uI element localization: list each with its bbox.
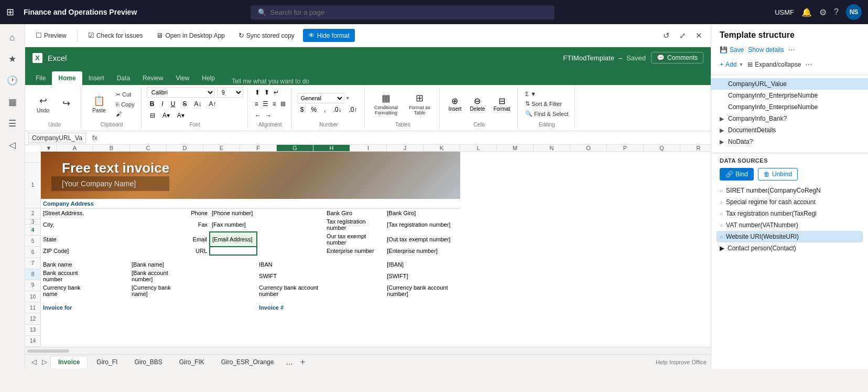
insert-cell-button[interactable]: ⊕ Insert bbox=[445, 94, 464, 114]
panel-expand-more-button[interactable]: ··· bbox=[805, 60, 812, 69]
search-bar[interactable]: 🔍 bbox=[251, 5, 555, 19]
align-wrap-button[interactable]: ↵ bbox=[272, 87, 280, 98]
merge-button[interactable]: ⊞ bbox=[279, 99, 287, 109]
more-sheets-button[interactable]: ... bbox=[283, 356, 296, 368]
decrease-decimal-button[interactable]: .0↓ bbox=[330, 104, 344, 115]
ds-item-contact[interactable]: ▶ Contact person(Contact) bbox=[720, 242, 860, 254]
spreadsheet-content[interactable]: Free text invoice [Your Company Name] Co… bbox=[41, 152, 711, 347]
tab-data[interactable]: Data bbox=[111, 71, 136, 85]
tree-item-nodata[interactable]: ▶ NoData? bbox=[711, 136, 868, 147]
align-top-center-button[interactable]: ⬆ bbox=[263, 87, 271, 98]
sidebar-star-icon[interactable]: ★ bbox=[4, 49, 20, 69]
preview-button[interactable]: ☐ Preview bbox=[30, 29, 72, 42]
prev-sheet-button[interactable]: ◁ bbox=[29, 357, 39, 367]
ds-item-vat[interactable]: ○ VAT number(VATNumber) bbox=[720, 219, 860, 231]
font-size-select[interactable]: 9 bbox=[217, 87, 243, 98]
sidebar-collapse-icon[interactable]: ◁ bbox=[5, 135, 20, 155]
tell-me-text[interactable]: Tell me what you want to do bbox=[221, 78, 707, 85]
border-button[interactable]: ⊟ bbox=[147, 110, 158, 121]
increase-decimal-button[interactable]: .0↑ bbox=[345, 104, 360, 115]
ds-item-website-uri[interactable]: ○ Website URI(WebsiteURI) bbox=[717, 231, 863, 242]
panel-more-button[interactable]: ··· bbox=[788, 45, 795, 55]
expand-collapse-button[interactable]: ⊞ Expand/collapse bbox=[747, 61, 801, 68]
find-select-button[interactable]: 🔍 Find & Select bbox=[523, 109, 570, 118]
comments-button[interactable]: 💬 Comments bbox=[651, 52, 703, 63]
save-button[interactable]: 💾 Save bbox=[720, 46, 744, 54]
number-format-select[interactable]: General bbox=[297, 93, 344, 103]
waffle-menu-icon[interactable]: ⊞ bbox=[6, 6, 14, 18]
font-color-button[interactable]: A▾ bbox=[174, 110, 188, 121]
indent-decrease-button[interactable]: ← bbox=[253, 110, 263, 121]
tree-item-companybank[interactable]: ▶ CompanyInfo_Bank? bbox=[711, 113, 868, 124]
sheet-tab-giro-fik[interactable]: Giro_FIK bbox=[171, 356, 212, 368]
sheet-tab-giro-fi[interactable]: Giro_FI bbox=[89, 356, 125, 368]
bell-icon[interactable]: 🔔 bbox=[801, 7, 812, 17]
add-button[interactable]: + Add ▼ bbox=[720, 61, 743, 68]
format-cell-button[interactable]: ⊟ Format bbox=[490, 94, 513, 114]
hide-format-button[interactable]: 👁 Hide format bbox=[303, 29, 355, 42]
decrease-font-button[interactable]: A↓ bbox=[191, 99, 204, 109]
sheet-tab-giro-bbs[interactable]: Giro_BBS bbox=[126, 356, 170, 368]
sheet-tab-invoice[interactable]: Invoice bbox=[50, 356, 88, 368]
open-desktop-button[interactable]: 🖥 Open in Desktop App bbox=[151, 29, 230, 42]
align-right-button[interactable]: ≡ bbox=[271, 99, 278, 109]
autosum-button[interactable]: Σ ▼ bbox=[523, 90, 570, 98]
sidebar-clock-icon[interactable]: 🕐 bbox=[3, 71, 22, 90]
underline-button[interactable]: U bbox=[168, 99, 179, 109]
align-top-left-button[interactable]: ⬆ bbox=[253, 87, 262, 98]
copy-button[interactable]: ⎘ Copy bbox=[114, 100, 137, 109]
format-table-button[interactable]: ⊞ Format as Table bbox=[404, 91, 435, 117]
format-painter-button[interactable]: 🖌 bbox=[114, 110, 137, 118]
cell-email-val[interactable]: [Email Address] bbox=[210, 232, 257, 247]
close-toolbar-button[interactable]: ✕ bbox=[692, 29, 706, 43]
italic-button[interactable]: I bbox=[158, 99, 166, 109]
align-center-button[interactable]: ☰ bbox=[261, 99, 270, 109]
paste-button[interactable]: 📋 Paste bbox=[86, 93, 112, 115]
check-issues-button[interactable]: ☑ Check for issues bbox=[83, 29, 148, 42]
strikethrough-button[interactable]: S bbox=[179, 99, 190, 109]
redo-button[interactable]: ↪ bbox=[56, 96, 77, 112]
comma-button[interactable]: , bbox=[321, 104, 329, 115]
ds-item-tax-reg[interactable]: ○ Tax registration number(TaxRegi bbox=[720, 208, 860, 219]
sidebar-grid-icon[interactable]: ▦ bbox=[4, 92, 21, 112]
sheet-tab-giro-esr[interactable]: Giro_ESR_Orange bbox=[213, 356, 282, 368]
help-icon[interactable]: ? bbox=[834, 7, 839, 17]
ds-item-siret[interactable]: ○ SIRET number(CompanyCoRegN bbox=[720, 185, 860, 196]
show-details-button[interactable]: Show details bbox=[748, 46, 784, 54]
tree-item-companyurl[interactable]: CompanyURL_Value bbox=[711, 78, 868, 90]
popout-button[interactable]: ⤢ bbox=[676, 29, 689, 43]
next-sheet-button[interactable]: ▷ bbox=[40, 357, 49, 367]
tab-view[interactable]: View bbox=[169, 71, 196, 85]
settings-icon[interactable]: ⚙ bbox=[819, 7, 827, 17]
sidebar-list-icon[interactable]: ☰ bbox=[4, 114, 20, 133]
bind-button[interactable]: 🔗 Bind bbox=[720, 168, 754, 181]
tab-insert[interactable]: Insert bbox=[82, 71, 111, 85]
tab-help[interactable]: Help bbox=[196, 71, 221, 85]
tab-review[interactable]: Review bbox=[136, 71, 169, 85]
increase-font-button[interactable]: A↑ bbox=[205, 99, 219, 109]
bold-button[interactable]: B bbox=[147, 99, 158, 109]
ds-item-special-regime[interactable]: ○ Special regime for cash account bbox=[720, 196, 860, 208]
undo-button[interactable]: ↩ Undo bbox=[32, 93, 53, 115]
sync-copy-button[interactable]: ↻ Sync stored copy bbox=[233, 29, 300, 42]
sidebar-home-icon[interactable]: ⌂ bbox=[5, 28, 19, 47]
tab-file[interactable]: File bbox=[29, 71, 52, 85]
delete-cell-button[interactable]: ⊖ Delete bbox=[466, 94, 488, 114]
h-scrollbar[interactable] bbox=[25, 347, 711, 354]
currency-button[interactable]: $ bbox=[297, 104, 307, 115]
avatar[interactable]: NS bbox=[846, 4, 862, 20]
refresh-button[interactable]: ↺ bbox=[660, 29, 673, 43]
search-input[interactable] bbox=[270, 8, 547, 16]
cut-button[interactable]: ✂ Cut bbox=[114, 90, 137, 99]
unbind-button[interactable]: 🗑 Unbind bbox=[758, 168, 798, 181]
percent-button[interactable]: % bbox=[308, 104, 320, 115]
conditional-formatting-button[interactable]: ▦ Conditional Formatting bbox=[370, 91, 402, 117]
h-scrollbar-thumb[interactable] bbox=[27, 349, 69, 353]
formula-input[interactable] bbox=[104, 134, 708, 142]
tree-item-enterprise1[interactable]: CompanyInfo_EnterpriseNumbe bbox=[711, 90, 868, 101]
cell-url-val[interactable] bbox=[210, 247, 257, 255]
sort-filter-button[interactable]: ⇅ Sort & Filter bbox=[523, 99, 570, 108]
cell-reference-box[interactable]: CompanyURL_Va bbox=[28, 133, 86, 143]
align-left-button[interactable]: ≡ bbox=[253, 99, 260, 109]
tree-item-enterprise2[interactable]: CompanyInfo_EnterpriseNumbe bbox=[711, 101, 868, 113]
